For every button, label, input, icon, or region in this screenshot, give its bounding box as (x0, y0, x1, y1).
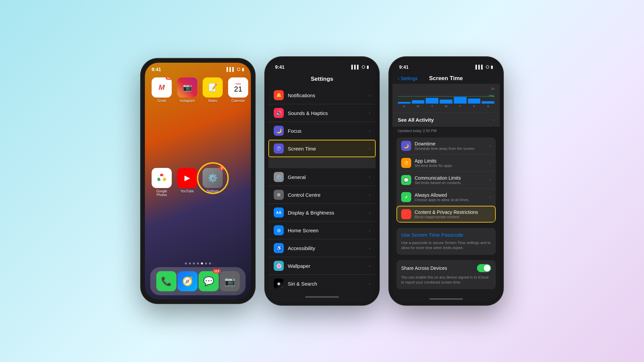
time-2: 9:41 (275, 64, 284, 70)
back-button[interactable]: ‹ Settings (398, 76, 418, 81)
wallpaper-label: Wallpaper (288, 263, 369, 269)
screentime-nav-title: Screen Time (429, 75, 463, 82)
share-desc: You can enable this on any device signed… (401, 275, 491, 285)
instagram-icon: 📷 (183, 83, 192, 92)
home-screen: 9:41 ▌▌▌ ⬡ ▮ M 628 Gmail (145, 63, 251, 299)
dot-3 (193, 262, 195, 264)
youtube-label: YouTube (180, 189, 194, 193)
settings-notifications[interactable]: 🔔 Notifications › (268, 86, 376, 104)
dock-phone[interactable]: 📞 (156, 271, 176, 291)
usage-chart: 1h avg S M T W T F S (392, 84, 500, 113)
toggle-knob (484, 265, 490, 272)
notes-label: Notes (208, 99, 217, 103)
passcode-section: Use Screen Time Passcode Use a passcode … (396, 228, 496, 255)
battery-icon-3: ▮ (491, 65, 493, 69)
settings-general[interactable]: ⚙️ General › (268, 168, 376, 186)
content-chevron: › (490, 212, 491, 217)
downtime-icon: 🌙 (404, 143, 409, 148)
status-bar-3: 9:41 ▌▌▌ ⬡ ▮ (392, 60, 500, 72)
dock: 📞 🧭 💬 117 📷 (150, 267, 246, 295)
commlimits-title: Communication Limits (415, 175, 490, 181)
app-grid: M 628 Gmail 📷 Instagram 📝 (145, 74, 251, 260)
phone2-screen: 9:41 ▌▌▌ ⬡ ▮ Settings 🔔 Notifications › (268, 60, 376, 302)
dock-camera[interactable]: 📷 (220, 271, 240, 291)
screentime-icon: ⏱ (276, 146, 281, 151)
settings-sounds[interactable]: 🔊 Sounds & Haptics › (268, 104, 376, 122)
page-indicator (145, 260, 251, 267)
home-bar-3 (429, 298, 463, 300)
settings-wallpaper[interactable]: 🌸 Wallpaper › (268, 257, 376, 275)
safari-icon: 🧭 (182, 276, 193, 287)
phone2-frame: 9:41 ▌▌▌ ⬡ ▮ Settings 🔔 Notifications › (265, 57, 379, 305)
dock-messages[interactable]: 💬 117 (199, 271, 219, 291)
app-photos[interactable]: Google Photos (152, 168, 172, 257)
battery-icon: ▮ (242, 67, 244, 72)
content-icon: 🚫 (404, 212, 409, 217)
chart-bars: avg S M T W T F S (398, 91, 494, 108)
settings-display[interactable]: AA Display & Brightness › (268, 204, 376, 222)
controlcenter-chevron: › (369, 192, 370, 197)
app-notes[interactable]: 📝 Notes (203, 77, 223, 163)
commlimits-icon: 💬 (404, 178, 409, 183)
st-applimits[interactable]: ⏱ App Limits Set time limits for apps. › (396, 155, 496, 172)
app-settings[interactable]: ⚙️ 2 Settings (203, 168, 223, 257)
status-icons-1: ▌▌▌ ⬡ ▮ (226, 67, 244, 72)
share-section: Share Across Devices You can enable this… (396, 260, 496, 289)
nav-header: ‹ Settings Screen Time (392, 72, 500, 84)
svg-point-3 (160, 176, 164, 180)
see-all-chevron: › (493, 117, 494, 122)
sounds-icon: 🔊 (276, 110, 282, 116)
applimits-sub: Set time limits for apps. (415, 164, 490, 168)
applimits-icon: ⏱ (404, 161, 409, 166)
phone1-frame: 9:41 ▌▌▌ ⬡ ▮ M 628 Gmail (141, 59, 255, 303)
avg-label: avg (489, 94, 494, 97)
status-bar-1: 9:41 ▌▌▌ ⬡ ▮ (145, 63, 251, 74)
calendar-date: 21 (234, 85, 242, 93)
screentime-icon-box: ⏱ (274, 143, 284, 154)
calendar-label: Calendar (231, 99, 245, 103)
downtime-chevron: › (490, 143, 491, 148)
gmail-icon: M (159, 83, 165, 92)
st-commlimits[interactable]: 💬 Communication Limits Set limits based … (396, 172, 496, 189)
dot-2 (189, 262, 191, 264)
st-downtime[interactable]: 🌙 Downtime Schedule time away from the s… (396, 137, 496, 155)
homescreen-label: Home Screen (288, 228, 369, 233)
settings-controlcenter[interactable]: ⊞ Control Centre › (268, 186, 376, 204)
settings-screentime[interactable]: ⏱ Screen Time › (268, 140, 376, 158)
notifications-icon-box: 🔔 (274, 90, 284, 100)
status-icons-2: ▌▌▌ ⬡ ▮ (351, 65, 369, 69)
signal-icon: ▌▌▌ (226, 67, 235, 72)
gmail-label: Gmail (157, 99, 166, 103)
settings-homescreen[interactable]: ⊞ Home Screen › (268, 222, 376, 239)
share-toggle[interactable] (477, 264, 491, 272)
phone3-screen: 9:41 ▌▌▌ ⬡ ▮ ‹ Settings Screen Time (392, 60, 500, 302)
app-gmail[interactable]: M 628 Gmail (152, 77, 172, 163)
focus-label: Focus (288, 128, 369, 134)
home-bar-2 (305, 296, 339, 298)
content-title: Content & Privacy Restrictions (415, 209, 490, 215)
display-icon-box: AA (274, 207, 284, 218)
messages-icon: 💬 (203, 276, 214, 287)
passcode-button[interactable]: Use Screen Time Passcode (401, 232, 491, 238)
settings-siri[interactable]: ◉ Siri & Search › (268, 275, 376, 292)
app-calendar[interactable]: THU 21 Calendar (228, 77, 248, 163)
allowed-content: Always Allowed Choose apps to allow at a… (415, 192, 490, 202)
settings-divider (268, 158, 376, 168)
gmail-badge: 628 (166, 77, 172, 80)
dock-safari[interactable]: 🧭 (177, 271, 198, 291)
wallpaper-icon: 🌸 (276, 263, 282, 268)
see-all-activity[interactable]: See All Activity › (392, 113, 500, 127)
st-content[interactable]: 🚫 Content & Privacy Restrictions Block i… (396, 206, 496, 223)
notifications-icon: 🔔 (276, 93, 282, 98)
settings-title: Settings (268, 72, 376, 86)
dot-7 (209, 262, 211, 264)
settings-focus[interactable]: 🌙 Focus › (268, 122, 376, 140)
app-youtube[interactable]: ▶ YouTube (177, 168, 197, 257)
general-icon-box: ⚙️ (274, 172, 284, 182)
photos-icon (157, 173, 167, 183)
settings-screen: 9:41 ▌▌▌ ⬡ ▮ Settings 🔔 Notifications › (268, 60, 376, 302)
allowed-icon-box: ✓ (401, 192, 411, 202)
settings-accessibility[interactable]: ♿ Accessibility › (268, 239, 376, 257)
st-allowed[interactable]: ✓ Always Allowed Choose apps to allow at… (396, 189, 496, 206)
app-instagram[interactable]: 📷 Instagram (177, 77, 197, 163)
